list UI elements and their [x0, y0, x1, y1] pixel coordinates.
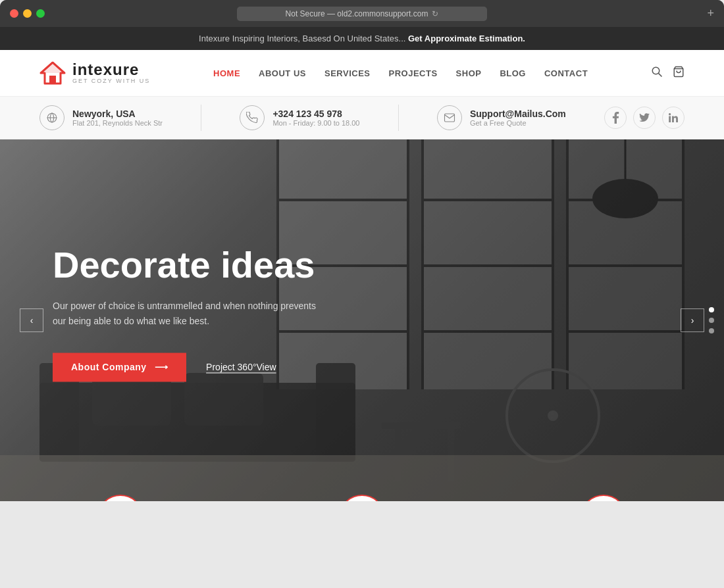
linkedin-icon[interactable] — [662, 107, 685, 129]
slider-dot-3[interactable] — [709, 328, 714, 333]
twitter-icon[interactable] — [633, 107, 656, 129]
slider-dot-2[interactable] — [709, 318, 714, 323]
social-icons — [604, 107, 685, 129]
logo-tagline: GET COZY WITH US — [72, 78, 150, 84]
search-icon[interactable] — [651, 66, 663, 81]
browser-titlebar: Not Secure — old2.commonsupport.com ↻ + — [0, 0, 724, 27]
slider-next-button[interactable]: › — [681, 308, 704, 332]
logo-text: intexure GET COZY WITH US — [72, 62, 150, 84]
header: intexure GET COZY WITH US HOME ABOUT US … — [0, 50, 724, 97]
phone-text: +324 123 45 978 Mon - Friday: 9.00 to 18… — [272, 109, 359, 127]
svg-line-6 — [659, 73, 662, 76]
nav-blog[interactable]: BLOG — [500, 68, 526, 78]
nav-shop[interactable]: SHOP — [456, 68, 482, 78]
new-tab-button[interactable]: + — [707, 7, 714, 20]
hero-section: Decorate ideas Our power of choice is un… — [0, 139, 724, 501]
divider-1 — [201, 105, 201, 131]
hero-subtitle: Our power of choice is untrammelled and … — [53, 299, 316, 330]
email-primary: Support@Mailus.Com — [470, 109, 566, 119]
hero-content: Decorate ideas Our power of choice is un… — [53, 245, 316, 381]
cart-icon[interactable] — [673, 66, 685, 81]
address-text: Not Secure — old2.commonsupport.com — [286, 9, 428, 18]
info-bar: Newyork, USA Flat 201, Reynolds Neck Str… — [0, 97, 724, 139]
email-icon — [437, 105, 462, 130]
facebook-icon[interactable] — [604, 107, 627, 129]
logo-name: intexure — [72, 62, 150, 78]
about-company-button[interactable]: About Company ⟶ — [53, 353, 186, 382]
dot-maximize[interactable] — [36, 9, 45, 18]
nav-icons — [651, 66, 685, 81]
dot-minimize[interactable] — [23, 9, 32, 18]
announcement-text: Intexure Inspiring Interiors, Basesd On … — [199, 34, 405, 43]
nav-services[interactable]: SERVICES — [324, 68, 371, 78]
divider-2 — [398, 105, 399, 131]
website: Intexure Inspiring Interiors, Basesd On … — [0, 27, 724, 501]
about-btn-arrow: ⟶ — [155, 362, 168, 373]
project-360-link[interactable]: Project 360°View — [206, 362, 276, 373]
dot-close[interactable] — [10, 9, 18, 18]
slider-dot-1[interactable] — [709, 307, 714, 312]
phone-icon — [240, 105, 265, 130]
nav-projects[interactable]: PROJECTS — [389, 68, 438, 78]
announcement-highlight[interactable]: Get Approximate Estimation. — [408, 34, 525, 43]
phone-info: +324 123 45 978 Mon - Friday: 9.00 to 18… — [240, 105, 359, 130]
svg-marker-2 — [41, 62, 65, 73]
nav-about[interactable]: ABOUT US — [259, 68, 306, 78]
location-info: Newyork, USA Flat 201, Reynolds Neck Str — [39, 105, 163, 130]
svg-rect-1 — [49, 76, 56, 84]
email-secondary: Get a Free Quote — [470, 119, 566, 127]
announcement-bar: Intexure Inspiring Interiors, Basesd On … — [0, 27, 724, 50]
svg-point-5 — [652, 67, 659, 74]
email-text: Support@Mailus.Com Get a Free Quote — [470, 109, 566, 127]
location-secondary: Flat 201, Reynolds Neck Str — [72, 119, 163, 127]
browser-chrome: Not Secure — old2.commonsupport.com ↻ + — [0, 0, 724, 27]
slider-dots — [709, 307, 714, 333]
hero-title: Decorate ideas — [53, 245, 316, 285]
nav-contact[interactable]: CONTACT — [544, 68, 588, 78]
location-icon — [39, 105, 65, 130]
hero-buttons: About Company ⟶ Project 360°View — [53, 353, 316, 382]
reload-icon[interactable]: ↻ — [432, 9, 438, 18]
logo[interactable]: intexure GET COZY WITH US — [39, 60, 150, 86]
slider-prev-button[interactable]: ‹ — [20, 308, 43, 332]
about-btn-label: About Company — [71, 362, 147, 373]
browser-dots — [10, 9, 45, 18]
main-nav: HOME ABOUT US SERVICES PROJECTS SHOP BLO… — [213, 68, 588, 78]
logo-icon — [39, 60, 66, 86]
address-bar[interactable]: Not Secure — old2.commonsupport.com ↻ — [237, 7, 487, 21]
phone-primary: +324 123 45 978 — [272, 109, 359, 119]
email-info: Support@Mailus.Com Get a Free Quote — [437, 105, 566, 130]
hero-background: Decorate ideas Our power of choice is un… — [0, 139, 724, 501]
phone-secondary: Mon - Friday: 9.00 to 18.00 — [272, 119, 359, 127]
location-primary: Newyork, USA — [72, 109, 163, 119]
nav-home[interactable]: HOME — [213, 68, 240, 78]
location-text: Newyork, USA Flat 201, Reynolds Neck Str — [72, 109, 163, 127]
